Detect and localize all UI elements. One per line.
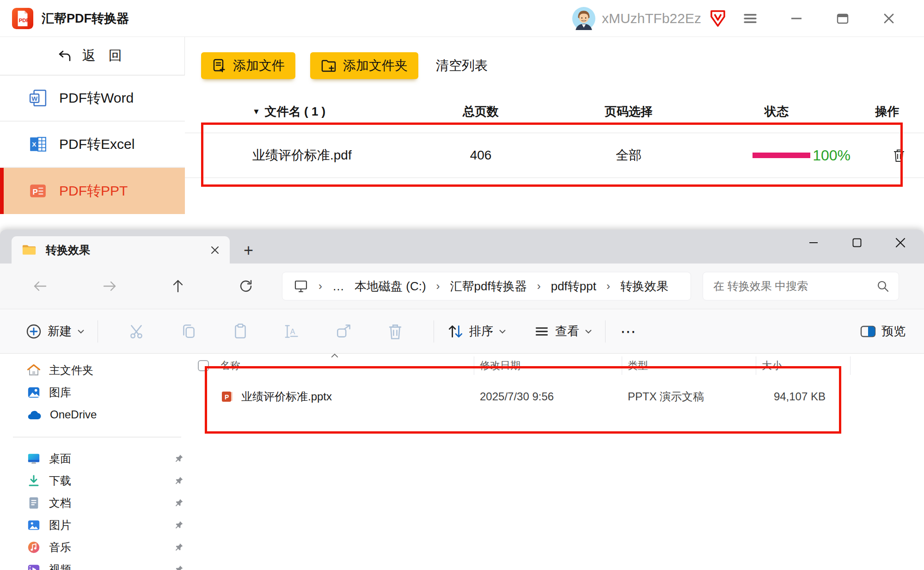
app-maximize-button[interactable]: [820, 12, 866, 25]
add-folder-button[interactable]: 添加文件夹: [310, 52, 418, 79]
view-button[interactable]: 查看: [534, 323, 592, 339]
back-nav-icon[interactable]: [32, 279, 48, 293]
sort-button[interactable]: 排序: [447, 323, 506, 340]
view-icon: [534, 324, 550, 339]
sidebar-item-home[interactable]: 主文件夹: [0, 359, 194, 381]
sidebar-item-desktop[interactable]: 桌面: [0, 447, 194, 470]
column-name[interactable]: 名称: [194, 356, 474, 375]
new-button[interactable]: 新建: [25, 323, 85, 340]
pptx-file-icon: P: [221, 390, 234, 403]
sidebar-item-downloads[interactable]: 下载: [0, 470, 194, 492]
breadcrumb-item-app-folder[interactable]: 汇帮pdf转换器: [450, 278, 527, 294]
sort-label: 排序: [469, 323, 493, 339]
up-nav-icon[interactable]: [171, 279, 185, 294]
add-file-button[interactable]: 添加文件: [201, 52, 295, 79]
pin-icon: [174, 520, 184, 530]
search-input[interactable]: [712, 279, 876, 293]
sidebar-item-music[interactable]: 音乐: [0, 536, 194, 558]
toolbar-divider: [434, 320, 434, 343]
videos-icon: [27, 563, 41, 570]
column-status: 状态: [703, 104, 851, 120]
breadcrumb-separator: ›: [436, 280, 440, 293]
tab-title: 转换效果: [46, 243, 90, 257]
back-button[interactable]: 返 回: [0, 37, 185, 75]
svg-text:X: X: [32, 141, 36, 148]
explorer-tab[interactable]: 转换效果: [12, 236, 230, 264]
delete-file-icon[interactable]: [892, 148, 906, 163]
search-box[interactable]: [703, 272, 899, 300]
breadcrumb-separator: ›: [318, 280, 322, 293]
breadcrumb-separator: ›: [606, 280, 610, 293]
breadcrumb-item-pdf2ppt[interactable]: pdf转ppt: [551, 278, 596, 294]
titlebar-right: xMUzhTFb22Ez: [572, 7, 912, 30]
file-page-select[interactable]: 全部: [555, 147, 703, 164]
pin-icon: [174, 498, 184, 508]
more-options-button[interactable]: ⋯: [620, 322, 636, 341]
sidebar-item-gallery[interactable]: 图库: [0, 381, 194, 404]
sidebar-item-label: PDF转Excel: [59, 135, 135, 154]
sidebar-item-pictures[interactable]: 图片: [0, 514, 194, 536]
column-size[interactable]: 大小: [756, 356, 851, 375]
explorer-maximize-button[interactable]: [835, 230, 879, 256]
file-table-row[interactable]: 业绩评价标准.pdf 406 全部 100%: [185, 133, 924, 178]
pictures-icon: [27, 518, 41, 532]
file-name: 业绩评价标准.pdf: [185, 147, 407, 164]
app-title: 汇帮PDF转换器: [42, 10, 129, 27]
this-pc-icon[interactable]: [294, 279, 308, 293]
select-all-checkbox[interactable]: [198, 360, 209, 371]
breadcrumb-ellipsis[interactable]: …: [332, 279, 344, 294]
vip-badge-icon[interactable]: [709, 9, 727, 28]
delete-icon[interactable]: [387, 323, 404, 340]
new-tab-button[interactable]: +: [244, 242, 253, 259]
column-total-pages: 总页数: [407, 104, 555, 120]
preview-button[interactable]: 预览: [860, 323, 906, 339]
sidebar-item-documents[interactable]: 文档: [0, 492, 194, 514]
explorer-body: 主文件夹 图库 OneDrive: [0, 354, 924, 570]
pdf-converter-window: PDF 汇帮PDF转换器 xMUzhTFb22Ez: [0, 0, 924, 230]
breadcrumb: › … 本地磁盘 (C:) › 汇帮pdf转换器 › pdf转ppt › 转换效…: [282, 272, 691, 300]
explorer-minimize-button[interactable]: [792, 230, 835, 256]
sidebar-item-label: PDF转PPT: [59, 182, 128, 201]
svg-text:P: P: [32, 188, 37, 196]
copy-icon[interactable]: [180, 323, 197, 340]
preview-label: 预览: [881, 323, 906, 339]
explorer-close-button[interactable]: [879, 230, 922, 256]
app-minimize-button[interactable]: [773, 12, 820, 25]
rename-icon[interactable]: A: [283, 323, 301, 340]
pin-icon: [174, 564, 184, 570]
cut-icon[interactable]: [128, 323, 146, 340]
sidebar-item-label: PDF转Word: [59, 89, 134, 108]
breadcrumb-item-drive[interactable]: 本地磁盘 (C:): [355, 278, 426, 294]
chevron-down-icon: [77, 329, 85, 334]
forward-nav-icon[interactable]: [102, 279, 117, 293]
clear-list-button[interactable]: 清空列表: [436, 57, 488, 74]
list-header: 名称 修改日期 类型 大小: [194, 354, 924, 378]
plus-circle-icon: [25, 323, 42, 340]
column-operations: 操作: [851, 104, 924, 120]
sidebar-item-pdf-to-excel[interactable]: X PDF转Excel: [0, 122, 185, 168]
progress-bar: [753, 153, 810, 158]
explorer-window-controls: [792, 230, 922, 256]
explorer-addressbar: › … 本地磁盘 (C:) › 汇帮pdf转换器 › pdf转ppt › 转换效…: [0, 264, 924, 309]
column-date-modified[interactable]: 修改日期: [474, 356, 622, 375]
sort-descending-icon: ▼: [252, 108, 260, 116]
paste-icon[interactable]: [232, 323, 249, 340]
file-row[interactable]: P 业绩评价标准.pptx 2025/7/30 9:56 PPTX 演示文稿 9…: [194, 378, 924, 416]
column-type[interactable]: 类型: [622, 356, 756, 375]
sidebar-divider: [13, 437, 181, 437]
sidebar-item-onedrive[interactable]: OneDrive: [0, 404, 194, 426]
sidebar-item-pdf-to-word[interactable]: W PDF转Word: [0, 75, 185, 122]
refresh-icon[interactable]: [239, 279, 253, 294]
menu-icon[interactable]: [727, 13, 773, 24]
app-close-button[interactable]: [866, 13, 912, 24]
sidebar-item-videos[interactable]: 视频: [0, 558, 194, 570]
preview-pane-icon: [860, 325, 876, 337]
share-icon[interactable]: [335, 323, 353, 340]
avatar[interactable]: [572, 7, 595, 30]
sidebar-item-pdf-to-ppt[interactable]: P PDF转PPT: [0, 168, 185, 214]
breadcrumb-item-result[interactable]: 转换效果: [620, 278, 668, 294]
column-filename[interactable]: ▼ 文件名 ( 1 ): [185, 104, 407, 120]
tab-close-icon[interactable]: [210, 245, 220, 255]
file-cell-name: P 业绩评价标准.pptx: [194, 389, 474, 404]
folder-icon: [22, 244, 37, 256]
